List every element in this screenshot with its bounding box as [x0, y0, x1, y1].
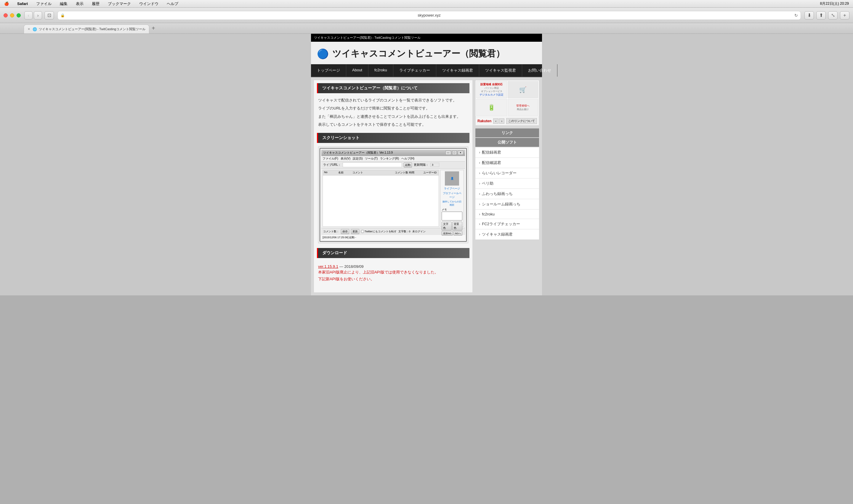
back-button[interactable]: ‹ [24, 11, 33, 20]
sidebar-link-confirm[interactable]: 配信確認君 [475, 158, 539, 168]
tab-bar: ✕ 🌐 ツイキャスコメントビューアー(閲覧君) - TwitCastingコメン… [0, 23, 853, 34]
article-line-4: 表示しているコメントをテキストで保存することも可能です。 [318, 121, 468, 128]
app-table-area: No 名前 コメント コメント数 時間 ユーザーID [323, 170, 439, 227]
nav-contact[interactable]: お問い合わせ [522, 64, 557, 77]
col-no: No [324, 171, 338, 175]
app-twitter-option: Twitterにもコメントを転す [361, 230, 397, 234]
ad-nav-btns: ‹ › [493, 119, 504, 124]
active-tab[interactable]: ✕ 🌐 ツイキャスコメントビューアー(閲覧君) - TwitCastingコメン… [24, 24, 149, 33]
history-menu[interactable]: 履歴 [90, 1, 101, 7]
tab-close-button[interactable]: ✕ [28, 27, 30, 31]
app-menubar: ファイル(F) 表示(V) 設定(S) ツール(T) ランキング(R) ヘルプ(… [321, 156, 465, 162]
app-menu-view: 表示(V) [341, 157, 350, 161]
sidebar-ad-block: 設置地域 全国対応 パソコン周辺オプションサービス デジタルカメラ設定 🛒 🔋 [475, 80, 539, 125]
download-section: ダウンロード ver.1.15.9.1 — 2018/09/09 本家旧API版… [317, 248, 469, 285]
article-line-1: ツイキャスで配信されているライブのコメントを一覧で表示できるソフトです。 [318, 97, 468, 104]
about-section-heading: ツイキャスコメントビューアー（閲覧君）について [317, 83, 469, 93]
maximize-button[interactable] [17, 13, 21, 17]
sidebar-pub-heading: 公開ソフト [475, 138, 539, 147]
nav-recorder[interactable]: ツイキャス録画君 [436, 64, 479, 77]
help-menu[interactable]: ヘルプ [165, 1, 180, 7]
new-tab-icon[interactable]: + [152, 25, 155, 32]
sidebar-link-beri[interactable]: ベリ助 [475, 178, 539, 189]
app-bg-color-btn: 背景色 [452, 222, 462, 231]
add-tab-button[interactable]: + [840, 11, 850, 20]
app-update-value: 3 [430, 163, 439, 167]
app-status-bar: [2015/12/06 17:25:06] 起動 - [321, 235, 465, 240]
site-sidebar: 設置地域 全国対応 パソコン周辺オプションサービス デジタルカメラ設定 🛒 🔋 [475, 80, 539, 292]
new-tab-button[interactable]: ⤡ [828, 11, 838, 20]
app-twitter-checkbox[interactable] [361, 230, 364, 233]
address-bar[interactable]: skypower.xyz [57, 11, 801, 20]
ad-item-4: 管理者様へ 商品お届け [508, 99, 538, 116]
app-memo-label: メモ [441, 208, 462, 212]
col-name: 名前 [338, 171, 352, 175]
app-text-color-btn: 文字色 [441, 222, 452, 231]
screenshot-heading: スクリーンショット [317, 133, 469, 143]
sidebar-link-recorder[interactable]: 配信録画君 [475, 147, 539, 158]
app-live-page-link: ライブページ [441, 187, 462, 191]
app-history-link: 操作してからの日程距 [441, 200, 462, 206]
app-update-label: 更新間隔： [414, 163, 429, 167]
ad-grid: 設置地域 全国対応 パソコン周辺オプションサービス デジタルカメラ設定 🛒 🔋 [476, 80, 539, 116]
app-memo-textarea[interactable] [441, 212, 462, 220]
address-text: skypower.xyz [418, 13, 440, 17]
sidebar-link-twitrecorder[interactable]: ツイキャス録画君 [475, 229, 539, 240]
col-userid: ユーザーID [423, 171, 437, 175]
nav-top[interactable]: トップページ [311, 64, 346, 77]
sidebar-link-fuwatchi[interactable]: ふわっち録画っち [475, 189, 539, 199]
app-status-text: [2015/12/06 17:25:06] 起動 - [323, 236, 356, 239]
view-menu[interactable]: 表示 [74, 1, 85, 7]
minimize-button[interactable] [10, 13, 14, 17]
file-menu[interactable]: ファイル [34, 1, 53, 7]
rakuten-logo: Rakuten [477, 119, 491, 123]
safari-menu[interactable]: Safari [15, 1, 30, 6]
app-login-status: 未ログイン [412, 230, 425, 234]
article-line-2: ライブのURLを入力するだけで簡単に閲覧することが可能です。 [318, 105, 468, 112]
share-button[interactable]: ⬆ [816, 11, 826, 20]
app-char-count: 文字数：0 [398, 230, 411, 234]
app-menu-file: ファイル(F) [323, 157, 338, 161]
mac-menubar: 🍎 Safari ファイル 編集 表示 履歴 ブックマーク ウインドウ ヘルプ … [0, 0, 853, 8]
app-maximize-btn: □ [452, 151, 457, 155]
version-link[interactable]: ver.1.15.9.1 [318, 264, 338, 269]
app-menu-settings: 設定(S) [353, 157, 363, 161]
lock-icon: 🔒 [60, 13, 65, 17]
window-menu[interactable]: ウインドウ [137, 1, 160, 7]
app-toolbar: ライブURL： 起動 更新間隔： 3 [321, 162, 465, 169]
nav-livechecker[interactable]: ライブチェッカー [393, 64, 436, 77]
app-body: No 名前 コメント コメント数 時間 ユーザーID 👤 [321, 169, 465, 228]
close-button[interactable] [3, 13, 8, 17]
notice-2: 下記新API版をお使いください。 [318, 275, 468, 282]
refresh-button[interactable]: ↻ [794, 13, 798, 18]
edit-menu[interactable]: 編集 [58, 1, 69, 7]
download-button[interactable]: ⬇ [804, 11, 814, 20]
app-title-text: ツイキャスコメントビューアー（閲覧君）Ver.1.13.9 [323, 151, 393, 155]
apple-menu[interactable]: 🍎 [2, 1, 11, 6]
nav-about[interactable]: About [346, 64, 368, 77]
sidebar-link-rairec[interactable]: らいらいレコーダー [475, 168, 539, 178]
app-url-input[interactable] [343, 162, 402, 167]
link-about-btn[interactable]: このリンクについて [506, 118, 537, 124]
sidebar-link-fc2checker[interactable]: FC2ライブチェッカー [475, 219, 539, 229]
site-tab-title: ツイキャスコメントビューアー(閲覧君) - TwitCastingコメント閲覧ツ… [314, 36, 421, 39]
app-menu-ranking: ランキング(R) [380, 157, 399, 161]
app-menu-tools: ツール(T) [365, 157, 378, 161]
sidebar-link-fc2roku[interactable]: fc2roku [475, 210, 539, 219]
ad-next-btn[interactable]: › [499, 119, 504, 124]
tab-title: ツイキャスコメントビューアー(閲覧君) - TwitCastingコメント閲覧ツ… [39, 27, 145, 31]
forward-button[interactable]: › [34, 11, 42, 20]
site-logo-area: 🔵 ツイキャスコメントビューアー（閲覧君） [311, 42, 542, 64]
ad-prev-btn[interactable]: ‹ [493, 119, 499, 124]
nav-buttons: ‹ › [24, 11, 42, 20]
tab-favicon: 🌐 [33, 27, 37, 31]
sidebar-pub-list: 配信録画君 配信確認君 らいらいレコーダー ベリ助 ふわっち録画っち ショールー… [475, 147, 539, 240]
download-heading: ダウンロード [317, 248, 469, 258]
nav-fc2roku[interactable]: fc2roku [368, 64, 393, 77]
app-comment-count-label: コメント数： [323, 230, 339, 234]
nav-monitor[interactable]: ツイキャス監視君 [479, 64, 522, 77]
bookmarks-menu[interactable]: ブックマーク [106, 1, 133, 7]
ad-item-3: 🔋 [476, 99, 507, 116]
sidebar-button[interactable]: ⊡ [45, 11, 54, 20]
sidebar-link-showroom[interactable]: ショールーム録画っち [475, 199, 539, 210]
